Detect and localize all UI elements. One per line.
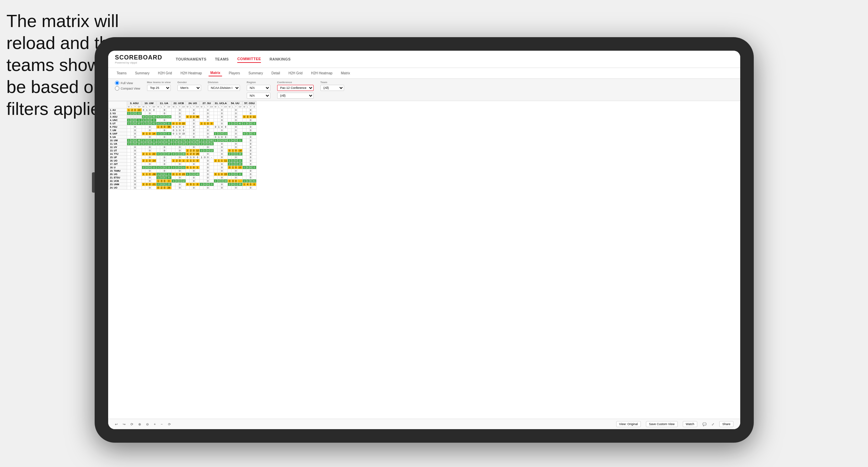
cell-t: 0 [206, 139, 209, 142]
conference-all-select[interactable]: (All) [277, 93, 314, 99]
sub-nav-h2h-grid2[interactable]: H2H Grid [287, 70, 304, 76]
cell-l [217, 146, 220, 149]
zoom-in-icon2[interactable]: + [154, 422, 156, 426]
cell-dif [252, 108, 257, 112]
cell-dif: 40 [195, 173, 200, 176]
cell-w [214, 115, 217, 119]
cell-dif [137, 146, 142, 149]
gender-filter: Gender Men's [177, 81, 201, 91]
division-select[interactable]: NCAA Division I [208, 85, 240, 91]
cell-t: 4 [163, 122, 166, 125]
cell-t: 0 [148, 122, 151, 125]
undo-icon[interactable]: ↩ [115, 422, 118, 426]
cell-l: 0 [145, 166, 148, 169]
nav-teams[interactable]: TEAMS [215, 56, 229, 63]
compact-view-input[interactable] [115, 86, 119, 91]
cell-dif: 3 [166, 179, 172, 183]
minus-icon[interactable]: − [161, 422, 163, 426]
team-select[interactable]: (All) [320, 85, 344, 91]
sub-nav-teams[interactable]: Teams [115, 70, 128, 76]
cell-dif [252, 163, 257, 166]
full-view-radio[interactable]: Full View [115, 81, 140, 85]
cell-w [142, 125, 145, 129]
sub-nav-summary2[interactable]: Summary [247, 70, 265, 76]
cell-l: 1 [160, 166, 163, 169]
zoom-fit-icon[interactable]: ⊕ [138, 422, 141, 426]
region-select2[interactable]: N/A [247, 93, 270, 99]
cell-w: 1 [186, 139, 189, 142]
conference-select[interactable]: Pac-12 Conference [277, 85, 314, 91]
sub-nav-h2h-heatmap[interactable]: H2H Heatmap [179, 70, 203, 76]
sub-nav-h2h-heatmap2[interactable]: H2H Heatmap [309, 70, 334, 76]
sub-nav-matrix[interactable]: Matrix [209, 70, 222, 76]
share-btn[interactable]: Share [719, 421, 733, 427]
max-teams-select[interactable]: Top 25 [147, 85, 171, 91]
nav-rankings[interactable]: RANKINGS [269, 56, 291, 63]
sh-ucla-t: T [220, 105, 223, 108]
sub-nav: Teams Summary H2H Grid H2H Heatmap Matri… [108, 68, 740, 79]
cell-dif: 23 [181, 173, 186, 176]
sub-nav-h2h-grid[interactable]: H2H Grid [156, 70, 174, 76]
cell-dif [209, 152, 214, 156]
nav-tournaments[interactable]: TOURNAMENTS [176, 56, 207, 63]
cell-l: 4 [246, 183, 249, 186]
nav-committee[interactable]: COMMITTEE [237, 55, 261, 63]
share-expand-icon[interactable]: ⤢ [712, 422, 714, 426]
region-select[interactable]: N/A [247, 85, 270, 91]
cell-w: 0 [172, 129, 175, 132]
gender-select[interactable]: Men's [177, 85, 201, 91]
full-view-label: Full View [121, 81, 133, 85]
cell-t: 0 [249, 122, 252, 125]
cell-dif [223, 122, 228, 125]
cell-dif [195, 112, 200, 115]
cell-t: 0 [249, 129, 252, 132]
cell-dif: 32 [166, 139, 172, 142]
watch-btn[interactable]: Watch [683, 421, 697, 427]
redo-icon[interactable]: ↪ [123, 422, 125, 426]
cell-l: 3 [246, 115, 249, 119]
cell-w [172, 183, 175, 186]
comment-icon[interactable]: 💬 [702, 422, 706, 426]
cell-l [175, 186, 178, 190]
full-view-input[interactable] [115, 81, 119, 85]
cell-w [127, 163, 131, 166]
cell-t: 0 [249, 139, 252, 142]
cell-dif [252, 136, 257, 139]
cell-dif [137, 183, 142, 186]
cell-dif [252, 139, 257, 142]
cell-w: 2 [228, 183, 232, 186]
cell-dif [195, 122, 200, 125]
sh-uo-w: W [186, 105, 189, 108]
cell-w [228, 142, 232, 146]
sh-su-t: T [206, 105, 209, 108]
cell-w: 1 [242, 183, 246, 186]
cell-t: 0 [220, 146, 223, 149]
cell-t: 0 [206, 146, 209, 149]
sub-nav-matrix2[interactable]: Matrix [339, 70, 352, 76]
settings-icon[interactable]: ⟳ [168, 422, 171, 426]
cell-t: 0 [249, 166, 252, 169]
save-custom-btn[interactable]: Save Custom View [646, 421, 678, 427]
cell-t: 0 [192, 125, 195, 129]
cell-dif: 44 [223, 179, 228, 183]
row-label: 17. GIT [108, 163, 127, 166]
cell-dif [137, 169, 142, 173]
cell-dif [181, 183, 186, 186]
cell-l: 2 [160, 132, 163, 136]
sub-nav-summary1[interactable]: Summary [133, 70, 151, 76]
cell-l [145, 163, 148, 166]
cell-dif [237, 169, 242, 173]
cell-dif: 73 [181, 139, 186, 142]
cell-w [200, 163, 203, 166]
view-original-btn[interactable]: View: Original [616, 421, 641, 427]
cell-t: 0 [178, 156, 181, 159]
sub-nav-detail[interactable]: Detail [270, 70, 282, 76]
refresh-icon[interactable]: ⟳ [130, 422, 133, 426]
compact-view-radio[interactable]: Compact View [115, 86, 140, 91]
zoom-out-icon[interactable]: ⊖ [146, 422, 149, 426]
cell-w [214, 142, 217, 146]
cell-w: 0 [172, 152, 175, 156]
cell-l: 1 [232, 166, 235, 169]
cell-l: 0 [232, 173, 235, 176]
sub-nav-players[interactable]: Players [227, 70, 242, 76]
